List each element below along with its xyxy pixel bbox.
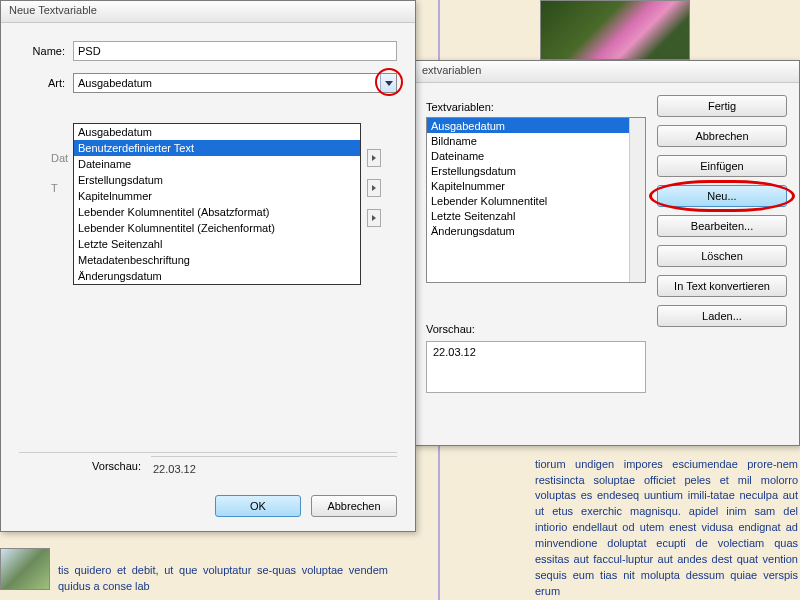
list-item[interactable]: Letzte Seitenzahl	[427, 208, 645, 223]
variables-listbox[interactable]: AusgabedatumBildnameDateinameErstellungs…	[426, 117, 646, 283]
insert-button[interactable]: Einfügen	[657, 155, 787, 177]
new-button[interactable]: Neu...	[657, 185, 787, 207]
button-column: Fertig Abbrechen Einfügen Neu... Bearbei…	[657, 95, 787, 327]
separator	[19, 452, 397, 453]
cancel-button[interactable]: Abbrechen	[311, 495, 397, 517]
list-item[interactable]: Dateiname	[427, 148, 645, 163]
dropdown-option[interactable]: Letzte Seitenzahl	[74, 236, 360, 252]
dropdown-option[interactable]: Erstellungsdatum	[74, 172, 360, 188]
arrow-right-icon	[367, 149, 381, 167]
preview-box: 22.03.12	[426, 341, 646, 393]
scrollbar[interactable]	[629, 118, 645, 282]
obscured-label: T	[51, 182, 58, 194]
dropdown-option[interactable]: Änderungsdatum	[74, 268, 360, 284]
preview-label: Vorschau:	[19, 460, 141, 472]
arrow-right-icon	[367, 179, 381, 197]
dropdown-option[interactable]: Lebender Kolumnentitel (Absatzformat)	[74, 204, 360, 220]
new-text-variable-dialog: Neue Textvariable Name: Art: Ausgabedatu…	[0, 0, 416, 532]
preview-label: Vorschau:	[426, 323, 475, 335]
body-text-left: tis quidero et debit, ut que voluptatur …	[58, 563, 388, 595]
dropdown-option[interactable]: Lebender Kolumnentitel (Zeichenformat)	[74, 220, 360, 236]
dialog-titlebar: extvariablen	[414, 61, 799, 83]
name-input[interactable]	[73, 41, 397, 61]
dialog-title: Neue Textvariable	[9, 4, 97, 16]
dropdown-option[interactable]: Ausgabedatum	[74, 124, 360, 140]
list-item[interactable]: Bildname	[427, 133, 645, 148]
body-text-right: tiorum undigen impores esciumendae prore…	[535, 457, 798, 600]
list-item[interactable]: Ausgabedatum	[427, 118, 645, 133]
preview-value: 22.03.12	[151, 456, 397, 475]
combobox-arrow-button[interactable]	[380, 74, 396, 92]
list-item[interactable]: Änderungsdatum	[427, 223, 645, 238]
dialog-title: extvariablen	[422, 64, 481, 76]
text-variables-dialog: extvariablen Textvariablen: Ausgabedatum…	[413, 60, 800, 446]
art-dropdown-list[interactable]: AusgabedatumBenutzerdefinierter TextDate…	[73, 123, 361, 285]
obscured-label: Dat	[51, 152, 68, 164]
art-combobox[interactable]: Ausgabedatum	[73, 73, 397, 93]
convert-button[interactable]: In Text konvertieren	[657, 275, 787, 297]
delete-button[interactable]: Löschen	[657, 245, 787, 267]
flower-image	[540, 0, 690, 60]
art-label: Art:	[19, 77, 65, 89]
tree-image	[0, 548, 50, 590]
edit-button[interactable]: Bearbeiten...	[657, 215, 787, 237]
chevron-down-icon	[385, 81, 393, 86]
art-value: Ausgabedatum	[78, 77, 152, 89]
dropdown-option[interactable]: Dateiname	[74, 156, 360, 172]
list-item[interactable]: Lebender Kolumnentitel	[427, 193, 645, 208]
list-item[interactable]: Kapitelnummer	[427, 178, 645, 193]
dropdown-option[interactable]: Kapitelnummer	[74, 188, 360, 204]
ok-button[interactable]: OK	[215, 495, 301, 517]
preview-value: 22.03.12	[433, 346, 476, 358]
cancel-button[interactable]: Abbrechen	[657, 125, 787, 147]
name-label: Name:	[19, 45, 65, 57]
done-button[interactable]: Fertig	[657, 95, 787, 117]
load-button[interactable]: Laden...	[657, 305, 787, 327]
dialog-titlebar: Neue Textvariable	[1, 1, 415, 23]
list-item[interactable]: Erstellungsdatum	[427, 163, 645, 178]
dropdown-option[interactable]: Metadatenbeschriftung	[74, 252, 360, 268]
arrow-right-icon	[367, 209, 381, 227]
dropdown-option[interactable]: Benutzerdefinierter Text	[74, 140, 360, 156]
